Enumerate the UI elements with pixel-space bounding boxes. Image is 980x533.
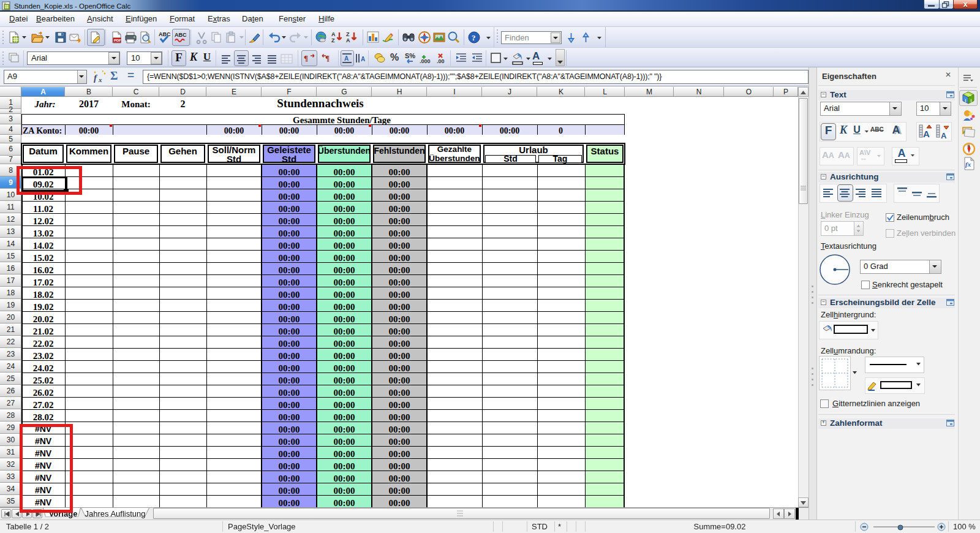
svg-text:ABC: ABC: [175, 32, 187, 38]
svg-text:A: A: [923, 129, 930, 139]
svg-text:f: f: [94, 73, 98, 83]
svg-text:PDF: PDF: [114, 39, 121, 42]
svg-text:A: A: [346, 37, 350, 43]
svg-text:Z: Z: [346, 31, 350, 37]
svg-text:A: A: [941, 131, 947, 140]
svg-text:A: A: [344, 55, 349, 62]
svg-text:ABC: ABC: [159, 31, 171, 37]
svg-text:fx: fx: [965, 161, 971, 168]
svg-text:Z: Z: [331, 37, 335, 43]
svg-text:S%: S%: [405, 52, 415, 59]
svg-text:.00: .00: [437, 58, 445, 64]
svg-text:¶: ¶: [325, 53, 330, 62]
svg-text:?: ?: [472, 33, 476, 42]
svg-text:A: A: [361, 56, 365, 62]
svg-text:A: A: [331, 31, 336, 37]
svg-text:x: x: [98, 76, 102, 83]
svg-text:N: N: [967, 144, 970, 148]
svg-text:.000: .000: [420, 58, 431, 64]
svg-text:¶: ¶: [304, 53, 308, 62]
